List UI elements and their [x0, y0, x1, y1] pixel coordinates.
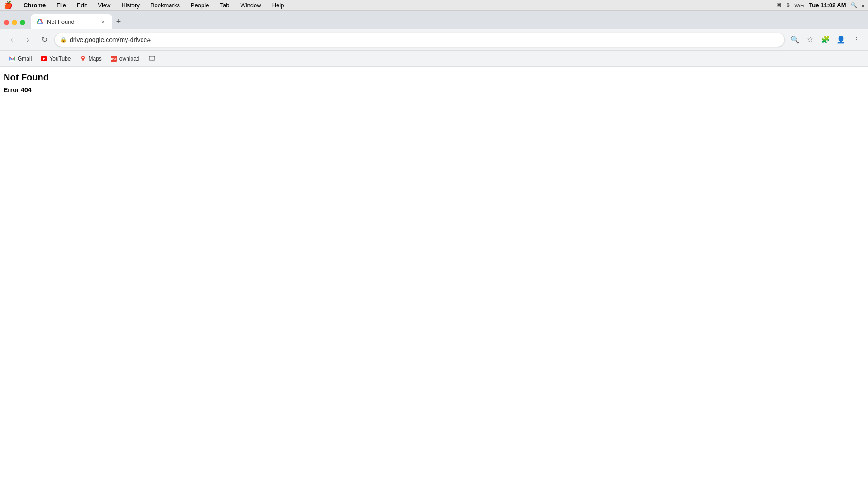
forward-icon: › — [27, 36, 29, 44]
svg-text:PDF: PDF — [111, 58, 117, 61]
control-center-icon[interactable]: ≡ — [862, 3, 864, 8]
bookmark-star-button[interactable]: ☆ — [804, 33, 816, 46]
search-menubar-icon[interactable]: 🔍 — [851, 2, 857, 8]
menubar-bookmarks[interactable]: Bookmarks — [149, 1, 182, 9]
chrome-menu-button[interactable]: ⋮ — [850, 33, 863, 46]
profile-icon: 👤 — [836, 35, 845, 44]
bookmark-download[interactable]: PDF ownload — [107, 54, 143, 64]
bookmark-gmail[interactable]: G Gmail — [5, 54, 35, 64]
bookmark-youtube[interactable]: YouTube — [37, 54, 74, 64]
minimize-window-button[interactable] — [12, 20, 17, 25]
menubar: 🍎 Chrome File Edit View History Bookmark… — [0, 0, 868, 11]
bookmark-maps-label: Maps — [89, 56, 102, 62]
menubar-edit[interactable]: Edit — [75, 1, 89, 9]
browser-tab[interactable]: Not Found × — [31, 14, 112, 29]
svg-point-7 — [82, 57, 84, 58]
url-bar[interactable]: 🔒 drive.google.com/my-drivce# — [54, 33, 785, 47]
lock-icon: 🔒 — [60, 37, 67, 43]
bookmark-youtube-label: YouTube — [49, 56, 71, 62]
menubar-people[interactable]: People — [189, 1, 211, 9]
search-toolbar-icon: 🔍 — [790, 35, 799, 44]
airdrop-icon: ⌘ — [777, 2, 782, 8]
profile-button[interactable]: 👤 — [835, 33, 847, 46]
address-bar: ‹ › ↻ 🔒 drive.google.com/my-drivce# 🔍 ☆ … — [0, 29, 868, 51]
pdf-favicon-icon: PDF — [111, 56, 117, 62]
menubar-right: ⌘ 𝔹 WiFi Tue 11:02 AM 🔍 ≡ — [777, 2, 864, 9]
tab-favicon-icon — [36, 18, 43, 25]
back-button[interactable]: ‹ — [5, 33, 18, 46]
tab-title: Not Found — [47, 19, 96, 25]
refresh-button[interactable]: ↻ — [38, 33, 51, 46]
url-text: drive.google.com/my-drivce# — [70, 36, 779, 43]
menubar-tab[interactable]: Tab — [218, 1, 231, 9]
gmail-favicon-icon: G — [9, 56, 15, 62]
toolbar-right: 🔍 ☆ 🧩 👤 ⋮ — [788, 33, 863, 46]
tab-close-button[interactable]: × — [99, 18, 107, 25]
page-content: Not Found Error 404 — [0, 67, 868, 99]
maps-favicon-icon — [80, 56, 86, 62]
wifi-icon: WiFi — [794, 3, 804, 8]
tab-bar: Not Found × + — [0, 11, 868, 29]
extensions-button[interactable]: 🧩 — [819, 33, 832, 46]
menubar-help[interactable]: Help — [270, 1, 286, 9]
error-code: Error 404 — [4, 86, 864, 94]
youtube-favicon-icon — [41, 56, 47, 62]
bookmark-download-label: ownload — [119, 56, 140, 62]
menubar-file[interactable]: File — [55, 1, 68, 9]
refresh-icon: ↻ — [42, 35, 47, 44]
page-heading: Not Found — [4, 72, 864, 83]
clock: Tue 11:02 AM — [809, 2, 846, 9]
chrome-menu-icon: ⋮ — [853, 35, 860, 44]
star-icon: ☆ — [807, 35, 813, 44]
svg-text:G: G — [11, 57, 14, 61]
traffic-lights — [4, 20, 25, 25]
bookmark-monitor[interactable] — [145, 54, 159, 64]
bookmark-gmail-label: Gmail — [18, 56, 32, 62]
menubar-chrome[interactable]: Chrome — [22, 1, 47, 9]
extensions-icon: 🧩 — [821, 35, 830, 44]
close-window-button[interactable] — [4, 20, 9, 25]
bookmark-maps[interactable]: Maps — [76, 54, 105, 64]
maximize-window-button[interactable] — [20, 20, 25, 25]
menubar-window[interactable]: Window — [238, 1, 263, 9]
menubar-view[interactable]: View — [96, 1, 112, 9]
svg-rect-10 — [149, 56, 155, 60]
apple-menu[interactable]: 🍎 — [4, 1, 13, 9]
menubar-history[interactable]: History — [119, 1, 141, 9]
search-toolbar-button[interactable]: 🔍 — [788, 33, 801, 46]
monitor-favicon-icon — [149, 56, 155, 62]
back-icon: ‹ — [10, 36, 13, 44]
new-tab-button[interactable]: + — [112, 15, 125, 28]
forward-button[interactable]: › — [22, 33, 34, 46]
bookmarks-bar: G Gmail YouTube Maps PDF ownload — [0, 51, 868, 67]
bluetooth-icon: 𝔹 — [786, 2, 790, 8]
